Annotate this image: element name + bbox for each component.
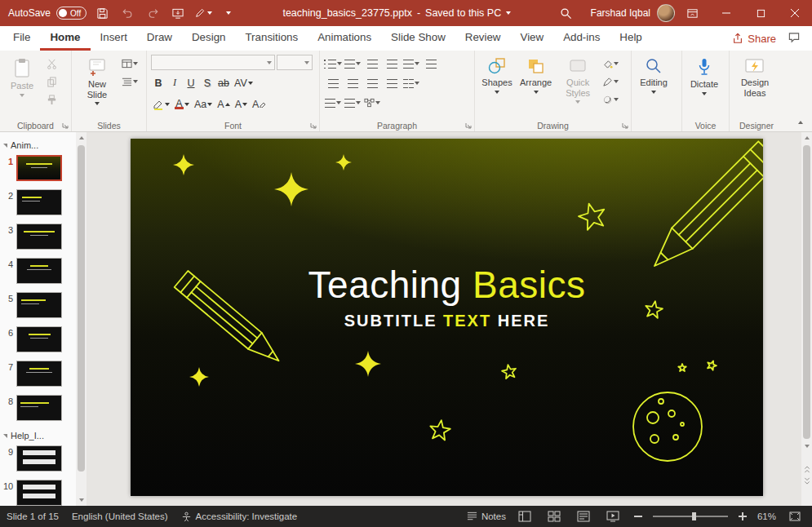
- slide-section-button[interactable]: [121, 73, 139, 90]
- clear-formatting-button[interactable]: A: [251, 96, 268, 113]
- tab-transitions[interactable]: Transitions: [235, 26, 308, 51]
- shape-fill-button[interactable]: [601, 55, 619, 72]
- increase-indent-button[interactable]: [383, 55, 401, 72]
- scrollbar-thumb[interactable]: [78, 145, 85, 472]
- autosave-toggle[interactable]: Off: [56, 7, 87, 20]
- tab-animations[interactable]: Animations: [308, 26, 381, 51]
- slide-thumbnail-1[interactable]: [16, 155, 62, 181]
- tab-insert[interactable]: Insert: [91, 26, 137, 51]
- section-header-help[interactable]: Help_I...: [3, 429, 74, 442]
- scroll-up-icon[interactable]: [801, 132, 812, 144]
- decrease-indent-button[interactable]: [363, 55, 381, 72]
- slide-thumbnail-7[interactable]: [16, 361, 62, 387]
- line-spacing-button[interactable]: [402, 55, 420, 72]
- cut-button[interactable]: [42, 55, 60, 72]
- paste-button[interactable]: Paste: [4, 54, 40, 118]
- change-case-button[interactable]: Aa: [193, 96, 214, 113]
- character-spacing-button[interactable]: AV: [233, 75, 255, 91]
- italic-button[interactable]: I: [167, 75, 182, 91]
- tab-home[interactable]: Home: [40, 26, 90, 51]
- view-slide-sorter-button[interactable]: [544, 507, 565, 525]
- slide-thumbnail-4[interactable]: [16, 258, 62, 284]
- comments-button[interactable]: [788, 31, 801, 46]
- section-header-anim[interactable]: Anim...: [3, 139, 74, 152]
- paragraph-dialog-launcher[interactable]: [464, 121, 473, 130]
- document-title-area[interactable]: teaching_basics_23775.pptx - Saved to th…: [282, 0, 511, 26]
- scroll-up-icon[interactable]: [76, 132, 87, 144]
- scrollbar-thumb[interactable]: [803, 145, 810, 439]
- grow-font-button[interactable]: A: [215, 96, 231, 113]
- slide-canvas[interactable]: Teaching Basics SUBTITLE TEXT HERE: [131, 139, 763, 496]
- scroll-down-icon[interactable]: [76, 494, 87, 506]
- bold-button[interactable]: B: [151, 75, 166, 91]
- shrink-font-button[interactable]: A: [233, 96, 249, 113]
- tab-file[interactable]: File: [3, 26, 40, 51]
- zoom-out-button[interactable]: [632, 507, 645, 525]
- new-slide-button[interactable]: New Slide: [76, 54, 118, 118]
- slide-scrollbar[interactable]: [801, 132, 812, 506]
- clipboard-dialog-launcher[interactable]: [60, 121, 69, 130]
- previous-slide-button[interactable]: [801, 463, 812, 475]
- notes-button[interactable]: Notes: [467, 512, 506, 521]
- maximize-button[interactable]: [743, 0, 778, 26]
- collapse-ribbon-button[interactable]: [794, 117, 807, 128]
- zoom-slider-thumb[interactable]: [692, 512, 696, 520]
- undo-button[interactable]: [118, 2, 137, 24]
- shapes-button[interactable]: Shapes: [479, 54, 515, 118]
- slide-thumbnail-2[interactable]: [16, 189, 62, 215]
- slide-thumbnail-3[interactable]: [16, 224, 62, 250]
- slide-subtitle[interactable]: SUBTITLE TEXT HERE: [131, 312, 763, 330]
- align-left-button[interactable]: [324, 75, 342, 91]
- tab-draw[interactable]: Draw: [137, 26, 182, 51]
- save-button[interactable]: [92, 2, 112, 24]
- customize-quick-access-toolbar-button[interactable]: [219, 2, 238, 24]
- accessibility-checker[interactable]: Accessibility: Investigate: [181, 512, 298, 522]
- shape-effects-button[interactable]: [601, 91, 619, 108]
- redo-button[interactable]: [143, 2, 162, 24]
- close-button[interactable]: [778, 0, 812, 26]
- tab-slide-show[interactable]: Slide Show: [381, 26, 455, 51]
- quick-styles-button[interactable]: Quick Styles: [557, 54, 599, 118]
- zoom-level[interactable]: 61%: [757, 512, 776, 521]
- align-text-button[interactable]: [344, 95, 362, 111]
- view-reading-button[interactable]: [573, 507, 594, 525]
- slide-layout-button[interactable]: [121, 55, 139, 72]
- view-normal-button[interactable]: [514, 507, 535, 525]
- sort-button[interactable]: [422, 55, 440, 72]
- columns-button[interactable]: [402, 75, 420, 91]
- arrange-button[interactable]: Arrange: [517, 54, 554, 118]
- zoom-slider[interactable]: [653, 516, 728, 517]
- inking-tools-button[interactable]: [193, 2, 213, 24]
- scroll-down-icon[interactable]: [801, 441, 812, 452]
- thumbnail-scrollbar[interactable]: [76, 132, 87, 506]
- font-color-button[interactable]: A: [173, 96, 191, 113]
- slide-thumbnail-10[interactable]: [16, 480, 62, 506]
- align-center-button[interactable]: [344, 75, 362, 91]
- ribbon-display-options-button[interactable]: [675, 0, 709, 26]
- copy-button[interactable]: [42, 73, 60, 90]
- font-size-select[interactable]: [277, 55, 313, 70]
- drawing-dialog-launcher[interactable]: [620, 121, 629, 130]
- text-highlight-button[interactable]: [151, 96, 171, 113]
- dictate-button[interactable]: Dictate: [686, 54, 722, 95]
- bullets-button[interactable]: [324, 55, 342, 72]
- next-slide-button[interactable]: [801, 475, 812, 486]
- text-direction-button[interactable]: [324, 95, 342, 111]
- editing-button[interactable]: Editing: [636, 54, 672, 94]
- share-button[interactable]: Share: [732, 33, 776, 45]
- align-right-button[interactable]: [363, 75, 381, 91]
- slide-title[interactable]: Teaching Basics: [131, 263, 763, 307]
- slide-thumbnail-9[interactable]: [16, 445, 62, 472]
- tab-help[interactable]: Help: [610, 26, 651, 51]
- tab-review[interactable]: Review: [455, 26, 511, 51]
- design-ideas-button[interactable]: Design Ideas: [734, 54, 776, 98]
- present-to-display-button[interactable]: [168, 2, 188, 24]
- strikethrough-button[interactable]: ab: [216, 75, 231, 91]
- view-slideshow-button[interactable]: [602, 507, 623, 525]
- slide-thumbnail-5[interactable]: [16, 292, 62, 318]
- language-indicator[interactable]: English (United States): [72, 512, 168, 521]
- shape-outline-button[interactable]: [601, 73, 619, 90]
- tab-view[interactable]: View: [511, 26, 554, 51]
- tab-design[interactable]: Design: [182, 26, 236, 51]
- user-name[interactable]: Farshad Iqbal: [591, 7, 650, 19]
